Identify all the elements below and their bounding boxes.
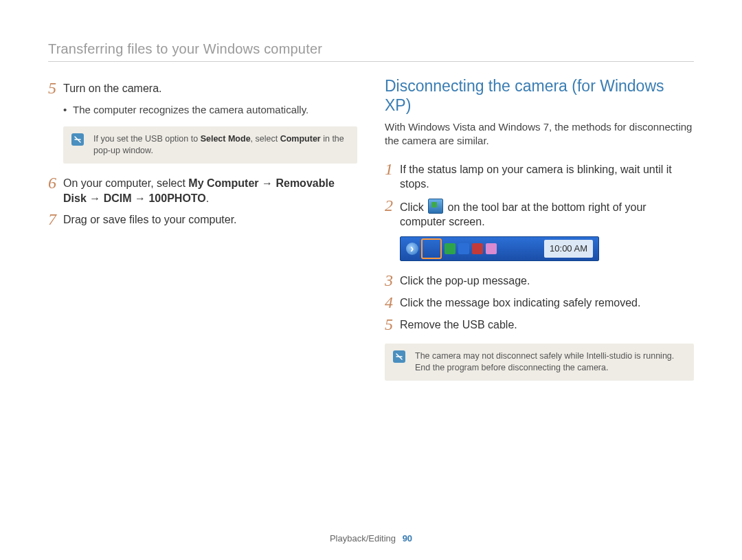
path-arrow: → xyxy=(132,192,149,204)
tray-icon xyxy=(458,243,469,254)
text-part: . xyxy=(206,192,209,204)
path-bold: My Computer xyxy=(188,177,258,189)
note-icon xyxy=(71,133,84,146)
path-bold: DCIM xyxy=(104,192,132,204)
step-number: 7 xyxy=(48,211,63,227)
tray-icon xyxy=(486,243,497,254)
text-part: On your computer, select xyxy=(63,177,188,189)
step-2: 2 Click on the tool bar at the bottom ri… xyxy=(385,199,694,229)
note-text-part: If you set the USB option to xyxy=(93,134,201,144)
divider xyxy=(48,61,694,62)
step-text: Click on the tool bar at the bottom righ… xyxy=(400,199,694,229)
step-4: 4 Click the message box indicating safel… xyxy=(385,295,694,311)
tray-icon xyxy=(445,243,456,254)
step-1: 1 If the status lamp on your camera is b… xyxy=(385,162,694,192)
system-tray-screenshot: 10:00 AM xyxy=(400,236,599,261)
manual-page: Transferring files to your Windows compu… xyxy=(0,0,742,560)
right-column: Disconnecting the camera (for Windows XP… xyxy=(385,81,694,393)
step-number: 3 xyxy=(385,272,400,289)
step-number: 5 xyxy=(48,80,63,96)
step-number: 6 xyxy=(48,175,63,191)
step-text: If the status lamp on your camera is bli… xyxy=(400,162,694,192)
step-number: 5 xyxy=(385,316,400,333)
content-columns: 5 Turn on the camera. The computer recog… xyxy=(48,81,694,393)
left-column: 5 Turn on the camera. The computer recog… xyxy=(48,81,357,393)
text-part: Click xyxy=(400,201,427,213)
step-text: Drag or save files to your computer. xyxy=(63,212,357,227)
step-5: 5 Turn on the camera. xyxy=(48,81,357,96)
path-arrow: → xyxy=(87,192,104,204)
note-box: The camera may not disconnect safely whi… xyxy=(385,344,694,381)
step-5r: 5 Remove the USB cable. xyxy=(385,317,694,333)
path-arrow: → xyxy=(259,177,276,189)
tray-highlighted-icon xyxy=(421,238,442,259)
step-text: On your computer, select My Computer → R… xyxy=(63,176,357,205)
note-bold: Select Mode xyxy=(201,134,251,144)
path-bold: 100PHOTO xyxy=(148,192,205,204)
step-7: 7 Drag or save files to your computer. xyxy=(48,212,357,227)
tray-icon xyxy=(472,243,483,254)
step-3: 3 Click the pop-up message. xyxy=(385,273,694,289)
step-number: 2 xyxy=(385,197,400,214)
note-box: If you set the USB option to Select Mode… xyxy=(63,126,357,164)
note-icon xyxy=(393,350,405,363)
step-text: Click the pop-up message. xyxy=(400,273,694,289)
step-number: 1 xyxy=(385,161,400,177)
footer-section: Playback/Editing xyxy=(330,533,396,544)
step-text: Turn on the camera. xyxy=(63,81,357,96)
note-text: The camera may not disconnect safely whi… xyxy=(415,351,674,372)
footer-page-number: 90 xyxy=(403,533,412,544)
tray-icons xyxy=(445,243,497,254)
note-bold: Computer xyxy=(280,134,321,144)
tray-expand-icon xyxy=(406,243,418,255)
step-number: 4 xyxy=(385,294,400,311)
step-text: Click the message box indicating safely … xyxy=(400,295,694,311)
section-intro: With Windows Vista and Windows 7, the me… xyxy=(385,120,694,148)
section-heading: Disconnecting the camera (for Windows XP… xyxy=(385,77,694,115)
safely-remove-icon xyxy=(428,199,443,214)
step-6: 6 On your computer, select My Computer →… xyxy=(48,176,357,205)
tray-clock: 10:00 AM xyxy=(544,240,593,258)
step-text: Remove the USB cable. xyxy=(400,317,694,333)
page-footer: Playback/Editing 90 xyxy=(0,533,742,544)
note-text-part: , select xyxy=(251,134,280,144)
page-title: Transferring files to your Windows compu… xyxy=(48,41,694,57)
step-5-bullet: The computer recognizes the camera autom… xyxy=(63,103,357,117)
